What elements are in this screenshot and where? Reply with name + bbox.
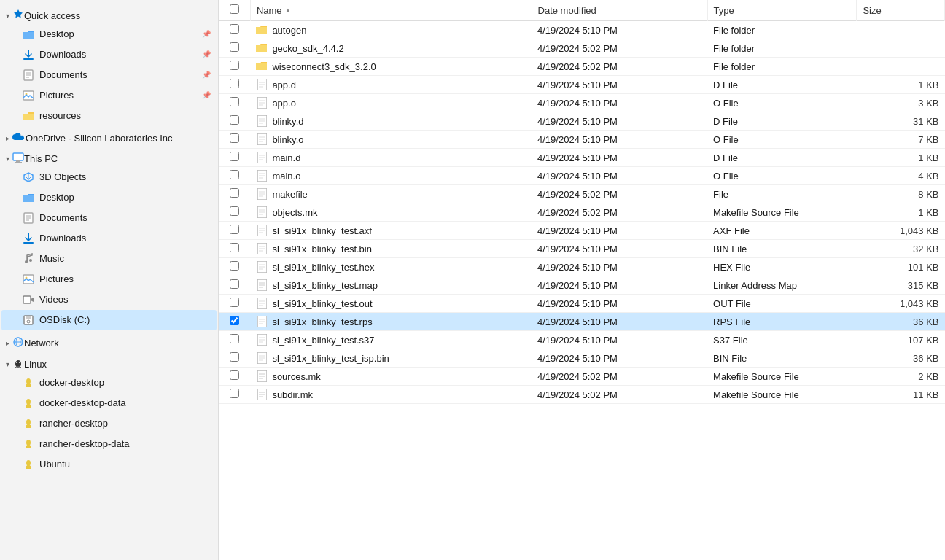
row-checkbox[interactable] bbox=[230, 133, 239, 143]
sidebar-item-desktop-pc[interactable]: Desktop bbox=[1, 187, 217, 208]
table-row[interactable]: sl_si91x_blinky_test.bin 4/19/2024 5:10 … bbox=[219, 240, 945, 258]
row-type-cell: RPS File bbox=[707, 313, 857, 331]
row-checkbox[interactable] bbox=[230, 316, 239, 325]
sidebar-item-rancher-desktop[interactable]: rancher-desktop bbox=[1, 413, 217, 434]
row-size-cell bbox=[857, 21, 945, 39]
table-row[interactable]: subdir.mk 4/19/2024 5:02 PMMakefile Sour… bbox=[219, 386, 945, 404]
table-row[interactable]: wiseconnect3_sdk_3.2.0 4/19/2024 5:02 PM… bbox=[219, 58, 945, 76]
file-name: makefile bbox=[272, 189, 307, 200]
row-checkbox[interactable] bbox=[230, 225, 239, 234]
table-row[interactable]: blinky.d 4/19/2024 5:10 PMD File31 KB bbox=[219, 112, 945, 131]
table-row[interactable]: sl_si91x_blinky_test.map 4/19/2024 5:10 … bbox=[219, 276, 945, 295]
sidebar-item-label: Music bbox=[39, 251, 64, 267]
row-checkbox[interactable] bbox=[230, 352, 239, 362]
sidebar-group-thispc[interactable]: ▾ This PC bbox=[0, 149, 218, 167]
table-row[interactable]: app.d 4/19/2024 5:10 PMD File1 KB bbox=[219, 76, 945, 94]
row-checkbox[interactable] bbox=[230, 188, 239, 198]
sidebar-item-ubuntu[interactable]: Ubuntu bbox=[1, 454, 217, 475]
row-size-cell: 1 KB bbox=[857, 203, 945, 222]
table-row[interactable]: sl_si91x_blinky_test_isp.bin 4/19/2024 5… bbox=[219, 349, 945, 368]
sidebar-item-downloads-pc[interactable]: Downloads bbox=[1, 228, 217, 249]
col-header-name[interactable]: Name ▲ bbox=[250, 0, 532, 21]
sidebar-item-downloads-qa[interactable]: Downloads📌 bbox=[1, 44, 217, 65]
linux-distro-icon bbox=[22, 438, 35, 451]
sidebar-group-linux[interactable]: ▾ Linux bbox=[0, 354, 218, 373]
table-row[interactable]: blinky.o 4/19/2024 5:10 PMO File7 KB bbox=[219, 131, 945, 149]
music-icon bbox=[22, 252, 35, 265]
sidebar-item-docker-desktop-data[interactable]: docker-desktop-data bbox=[1, 393, 217, 413]
file-name: subdir.mk bbox=[272, 389, 313, 400]
table-row[interactable]: main.o 4/19/2024 5:10 PMO File4 KB bbox=[219, 167, 945, 185]
row-size-cell: 4 KB bbox=[857, 167, 945, 185]
row-checkbox[interactable] bbox=[230, 243, 239, 252]
table-row[interactable]: makefile 4/19/2024 5:02 PMFile8 KB bbox=[219, 185, 945, 203]
row-date-cell: 4/19/2024 5:10 PM bbox=[532, 222, 707, 240]
col-header-size[interactable]: Size bbox=[857, 0, 945, 21]
linux-icon bbox=[12, 357, 24, 371]
row-size-cell: 1,043 KB bbox=[857, 295, 945, 313]
row-checkbox[interactable] bbox=[230, 298, 239, 307]
sidebar-item-desktop-qa[interactable]: Desktop📌 bbox=[1, 24, 217, 44]
row-checkbox[interactable] bbox=[230, 170, 239, 179]
table-row[interactable]: app.o 4/19/2024 5:10 PMO File3 KB bbox=[219, 94, 945, 112]
row-checkbox[interactable] bbox=[230, 152, 239, 161]
sidebar-group-onedrive[interactable]: ▸ OneDrive - Silicon Laboratories Inc bbox=[0, 129, 218, 146]
table-row[interactable]: main.d 4/19/2024 5:10 PMD File1 KB bbox=[219, 149, 945, 167]
row-checkbox[interactable] bbox=[230, 115, 239, 125]
sidebar-item-pictures-pc[interactable]: Pictures bbox=[1, 269, 217, 289]
row-checkbox[interactable] bbox=[230, 389, 239, 398]
col-header-type[interactable]: Type bbox=[707, 0, 857, 21]
table-row[interactable]: gecko_sdk_4.4.2 4/19/2024 5:02 PMFile fo… bbox=[219, 39, 945, 58]
table-row[interactable]: sl_si91x_blinky_test.axf 4/19/2024 5:10 … bbox=[219, 222, 945, 240]
sidebar-group-network[interactable]: ▸ Network bbox=[0, 333, 218, 351]
sidebar-group-quick-access[interactable]: ▾ Quick access bbox=[0, 6, 218, 24]
row-checkbox[interactable] bbox=[230, 79, 239, 88]
table-row[interactable]: sl_si91x_blinky_test.rps 4/19/2024 5:10 … bbox=[219, 313, 945, 331]
sidebar-item-pictures-qa[interactable]: Pictures📌 bbox=[1, 85, 217, 106]
row-checkbox[interactable] bbox=[230, 334, 239, 343]
row-checkbox[interactable] bbox=[230, 24, 239, 34]
table-row[interactable]: sl_si91x_blinky_test.s37 4/19/2024 5:10 … bbox=[219, 331, 945, 349]
sidebar-item-3d-objects[interactable]: 3D Objects bbox=[1, 167, 217, 187]
row-checkbox[interactable] bbox=[230, 97, 239, 106]
sidebar-item-videos[interactable]: Videos bbox=[1, 289, 217, 310]
row-date-cell: 4/19/2024 5:10 PM bbox=[532, 295, 707, 313]
table-row[interactable]: sl_si91x_blinky_test.out 4/19/2024 5:10 … bbox=[219, 295, 945, 313]
table-row[interactable]: objects.mk 4/19/2024 5:02 PMMakefile Sou… bbox=[219, 203, 945, 222]
row-date-cell: 4/19/2024 5:02 PM bbox=[532, 203, 707, 222]
row-checkbox[interactable] bbox=[230, 42, 239, 52]
row-checkbox-cell bbox=[219, 331, 250, 349]
sidebar-item-rancher-desktop-data[interactable]: rancher-desktop-data bbox=[1, 434, 217, 454]
sidebar-item-music[interactable]: Music bbox=[1, 249, 217, 269]
row-checkbox[interactable] bbox=[230, 370, 239, 380]
row-checkbox[interactable] bbox=[230, 261, 239, 271]
sidebar-item-osdisk[interactable]: OSDisk (C:) bbox=[1, 310, 217, 330]
table-row[interactable]: autogen 4/19/2024 5:10 PMFile folder bbox=[219, 21, 945, 39]
row-name-cell: app.d bbox=[250, 76, 532, 94]
select-all-checkbox[interactable] bbox=[230, 4, 239, 14]
row-checkbox[interactable] bbox=[230, 279, 239, 289]
row-size-cell: 32 KB bbox=[857, 240, 945, 258]
row-date-cell: 4/19/2024 5:10 PM bbox=[532, 240, 707, 258]
file-name: sl_si91x_blinky_test.hex bbox=[272, 262, 374, 273]
table-row[interactable]: sources.mk 4/19/2024 5:02 PMMakefile Sou… bbox=[219, 368, 945, 386]
row-date-cell: 4/19/2024 5:10 PM bbox=[532, 76, 707, 94]
file-name: sl_si91x_blinky_test.bin bbox=[272, 244, 372, 254]
sidebar-item-docker-desktop[interactable]: docker-desktop bbox=[1, 373, 217, 393]
row-size-cell bbox=[857, 58, 945, 76]
svg-rect-19 bbox=[23, 296, 31, 303]
table-row[interactable]: sl_si91x_blinky_test.hex 4/19/2024 5:10 … bbox=[219, 258, 945, 276]
sidebar-item-documents-qa[interactable]: Documents📌 bbox=[1, 65, 217, 85]
chevron-icon: ▾ bbox=[6, 155, 9, 163]
row-type-cell: Makefile Source File bbox=[707, 386, 857, 404]
sidebar-section-linux: ▾ Linux docker-desktop docker-desktop-da… bbox=[0, 354, 218, 475]
sidebar-item-resources-qa[interactable]: resources bbox=[1, 106, 217, 126]
row-checkbox[interactable] bbox=[230, 61, 239, 70]
sidebar-item-label: Videos bbox=[39, 292, 69, 308]
row-name-cell: main.d bbox=[250, 149, 532, 167]
row-checkbox[interactable] bbox=[230, 206, 239, 216]
row-size-cell: 2 KB bbox=[857, 368, 945, 386]
sidebar-item-documents-pc[interactable]: Documents bbox=[1, 208, 217, 228]
col-header-date[interactable]: Date modified bbox=[532, 0, 707, 21]
svg-point-29 bbox=[26, 378, 31, 384]
